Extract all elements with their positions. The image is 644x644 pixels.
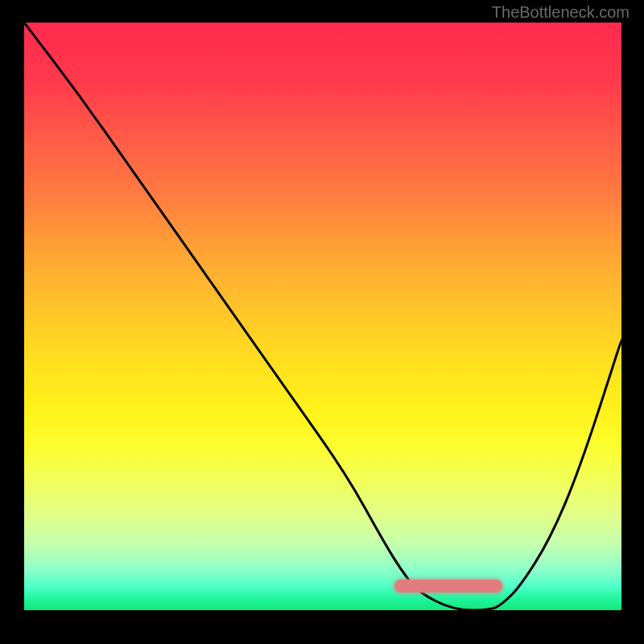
optimal-range-marker (394, 580, 502, 592)
watermark-text: TheBottleneck.com (492, 3, 630, 22)
bottleneck-curve (24, 23, 621, 610)
plot-area (24, 23, 621, 610)
